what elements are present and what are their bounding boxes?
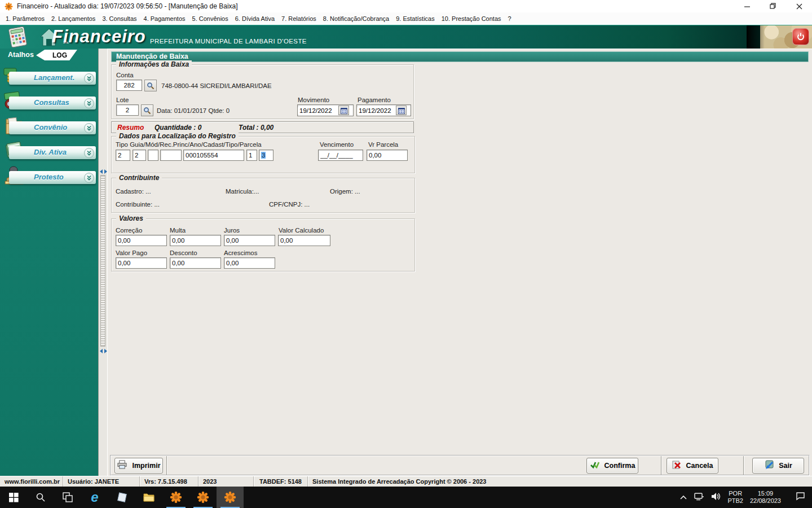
- menu-convenios[interactable]: 5. Convênios: [189, 14, 232, 24]
- header-subtitle: PREFEITURA MUNICIPAL DE LAMBARI D'OESTE: [150, 38, 307, 45]
- princ-input[interactable]: [183, 150, 244, 161]
- printer-icon: [117, 460, 127, 471]
- status-bar: www.fiorilli.com.br Usuário: JANETE Vrs:…: [0, 476, 812, 487]
- menu-prestacao-contas[interactable]: 10. Prestação Contas: [438, 14, 505, 24]
- desconto-input[interactable]: [170, 257, 221, 269]
- lote-input[interactable]: [116, 104, 139, 116]
- lote-search-button[interactable]: [141, 104, 153, 116]
- vr-parcela-input[interactable]: [367, 150, 408, 161]
- sidebar-item-consultas[interactable]: Consultas: [0, 89, 98, 114]
- vencimento-input[interactable]: [318, 150, 363, 161]
- menu-notificacao-cobranca[interactable]: 8. Notificação/Cobrança: [320, 14, 392, 24]
- volume-icon[interactable]: [711, 492, 721, 503]
- chevron-down-icon[interactable]: [84, 73, 94, 84]
- sidebar-bar[interactable]: Protesto: [9, 171, 96, 184]
- juros-input[interactable]: [224, 235, 275, 246]
- clock[interactable]: 15:09 22/08/2023: [750, 490, 781, 505]
- power-button[interactable]: [792, 28, 809, 45]
- minimize-button[interactable]: [734, 0, 760, 12]
- menu-divida-ativa[interactable]: 6. Dívida Ativa: [232, 14, 278, 24]
- close-button[interactable]: [786, 0, 812, 12]
- sidebar-item-convenio[interactable]: Convênio: [0, 114, 98, 139]
- action-center-icon[interactable]: [796, 492, 805, 503]
- sidebar-item-label: Convênio: [34, 123, 67, 132]
- language-line2: PTB2: [727, 497, 743, 505]
- language-indicator[interactable]: POR PTB2: [727, 490, 743, 505]
- calendar-icon[interactable]: [338, 106, 349, 115]
- sidebar-bar[interactable]: Convênio: [9, 121, 96, 134]
- application-window: Financeiro - Atualizado dia: 19/07/2023 …: [0, 0, 812, 508]
- splitter-collapse-arrows[interactable]: [100, 169, 107, 174]
- sidebar-bar[interactable]: Consultas: [9, 97, 96, 110]
- button-bar: Imprimir Confirma: [110, 455, 810, 476]
- pagamento-date-input[interactable]: [357, 107, 396, 114]
- parcela-selected-text: 3: [261, 152, 266, 159]
- mod-input[interactable]: [148, 150, 158, 161]
- group-valores: Valores Correção Multa Juros Valor Calcu…: [111, 218, 415, 271]
- network-icon[interactable]: [694, 492, 704, 503]
- imprimir-button[interactable]: Imprimir: [114, 458, 163, 474]
- group-informacoes-baixa: Informações da Baixa Conta 748-0800-44 S…: [111, 64, 414, 119]
- multa-input[interactable]: [170, 235, 221, 246]
- chevron-up-icon[interactable]: [679, 492, 687, 502]
- tipo2-input[interactable]: [246, 150, 257, 161]
- valor-calculado-input[interactable]: [278, 235, 330, 246]
- sair-button[interactable]: Sair: [752, 458, 804, 474]
- file-explorer-icon[interactable]: [135, 487, 162, 508]
- chevron-down-icon[interactable]: [84, 123, 94, 133]
- fiorilli-app-icon[interactable]: [189, 487, 217, 508]
- sidebar-item-divida-ativa[interactable]: Div. Ativa: [0, 139, 98, 164]
- splitter-collapse-arrows[interactable]: [100, 349, 107, 353]
- menu-estatisticas[interactable]: 9. Estatísticas: [392, 14, 438, 24]
- rec-input[interactable]: [160, 150, 182, 161]
- movimento-date-input[interactable]: [298, 107, 338, 114]
- acrescimos-input[interactable]: [224, 257, 275, 269]
- menu-lancamentos[interactable]: 2. Lançamentos: [48, 14, 99, 24]
- parcela-input[interactable]: 3: [259, 150, 273, 161]
- internet-explorer-icon[interactable]: e: [81, 487, 108, 508]
- window-title: Financeiro - Atualizado dia: 19/07/2023 …: [17, 2, 238, 10]
- sidebar-splitter: [98, 49, 107, 476]
- cancela-label: Cancela: [686, 462, 713, 470]
- task-view-icon[interactable]: [54, 487, 81, 508]
- valor-pago-input[interactable]: [116, 257, 167, 269]
- sidebar-item-protesto[interactable]: Protesto: [0, 164, 98, 189]
- menu-pagamentos[interactable]: 4. Pagamentos: [140, 14, 189, 24]
- group-title: Informações da Baixa: [116, 60, 192, 68]
- splitter-grip[interactable]: [100, 175, 105, 347]
- fiorilli-app-icon[interactable]: [162, 487, 189, 508]
- group-localizacao-registro: Dados para Localização do Registro Tipo …: [111, 136, 415, 173]
- fiorilli-app-icon-active[interactable]: [217, 487, 244, 508]
- log-badge[interactable]: LOG: [36, 50, 79, 60]
- menu-relatorios[interactable]: 7. Relatórios: [278, 14, 320, 24]
- imprimir-label: Imprimir: [132, 462, 160, 470]
- tipo-input[interactable]: [116, 150, 130, 161]
- chevron-down-icon[interactable]: [84, 173, 94, 183]
- menu-help[interactable]: ?: [505, 14, 515, 24]
- chevron-down-icon[interactable]: [84, 98, 94, 108]
- restore-button[interactable]: [760, 0, 786, 12]
- sidebar-item-lancamento[interactable]: Lançament.: [0, 64, 98, 89]
- conta-input[interactable]: [116, 80, 142, 91]
- calculator-icon[interactable]: [6, 27, 30, 48]
- calendar-icon[interactable]: [396, 106, 407, 115]
- menu-consultas[interactable]: 3. Consultas: [99, 14, 140, 24]
- desconto-label: Desconto: [170, 249, 197, 256]
- search-icon[interactable]: [27, 487, 54, 508]
- menu-parametros[interactable]: 1. Parâmetros: [2, 14, 48, 24]
- sidebar-bar[interactable]: Div. Ativa: [9, 146, 96, 159]
- confirma-button[interactable]: Confirma: [586, 458, 638, 474]
- button-bar-divider: [743, 456, 744, 475]
- app-icon[interactable]: [108, 487, 135, 508]
- sidebar-item-label: Div. Ativa: [34, 148, 67, 156]
- conta-search-button[interactable]: [144, 80, 157, 91]
- chevron-down-icon[interactable]: [84, 148, 94, 158]
- guia-input[interactable]: [133, 150, 146, 161]
- movimento-date-field[interactable]: [297, 104, 354, 116]
- exit-arrow-icon: [764, 460, 774, 471]
- sidebar-bar[interactable]: Lançament.: [9, 72, 96, 85]
- pagamento-date-field[interactable]: [356, 104, 411, 116]
- correcao-input[interactable]: [116, 235, 167, 246]
- cancela-button[interactable]: Cancela: [667, 458, 718, 474]
- windows-start-icon[interactable]: [0, 487, 27, 508]
